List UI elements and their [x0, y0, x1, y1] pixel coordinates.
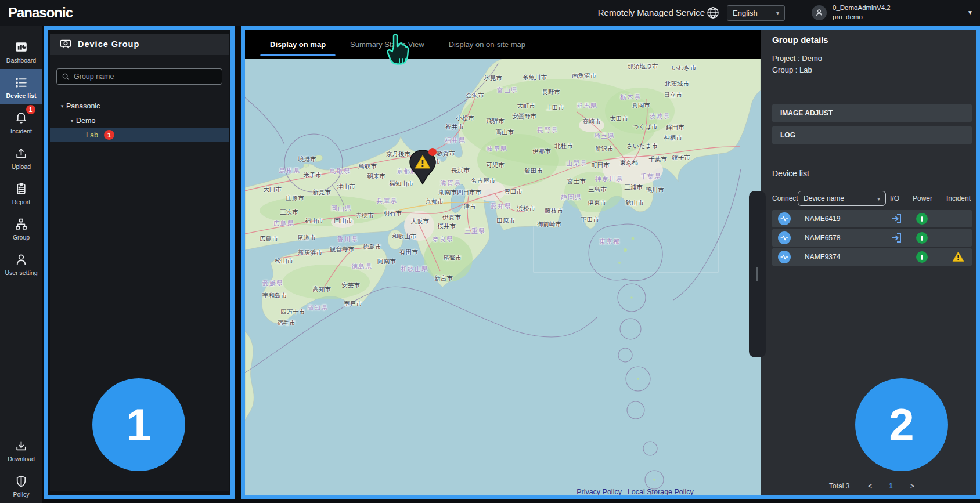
power-on-icon [916, 251, 928, 263]
report-icon [13, 181, 30, 196]
prev-page-button[interactable]: < [868, 482, 872, 490]
sidebar-item-download[interactable]: Download [0, 432, 42, 468]
sidebar-item-label: Report [12, 198, 31, 205]
sidebar-item-label: Dashboard [6, 57, 36, 64]
sidebar-item-incident[interactable]: 1Incident [0, 104, 42, 140]
device-row-NAME6419[interactable]: NAME6419 [772, 210, 972, 227]
tree-expand-icon[interactable]: ▾ [68, 118, 76, 124]
privacy-policy-link[interactable]: Privacy Policy [577, 488, 622, 495]
pagination: Total 3 < 1 > [761, 482, 976, 495]
local-storage-policy-link[interactable]: Local Storage Policy [628, 488, 694, 495]
city-label: 伊賀市 [442, 213, 461, 222]
city-label: 名古屋市 [471, 177, 495, 185]
sidebar-item-group[interactable]: Group [0, 211, 42, 246]
device-name-filter-select[interactable]: Device name ▾ [798, 191, 886, 206]
city-label: 豊田市 [504, 188, 523, 196]
device-row-NAME9374[interactable]: NAME9374 [772, 248, 972, 266]
city-label: 富士市 [567, 178, 586, 186]
power-on-icon [916, 232, 928, 244]
city-label: 氷見市 [484, 74, 502, 82]
tree-node-demo[interactable]: ▾Demo [50, 113, 229, 128]
column-connect: Connect [772, 194, 798, 202]
panel-drawer-handle[interactable] [749, 191, 766, 357]
prefecture-label: 奈良県 [433, 235, 453, 244]
city-label: 広島市 [260, 235, 278, 243]
device-name: NAME6578 [805, 234, 840, 242]
city-label: さいたま市 [626, 142, 657, 150]
city-label: 浜松市 [517, 205, 535, 213]
notification-badge: 1 [26, 105, 35, 114]
column-incident: Incident [946, 194, 971, 202]
city-label: 徳島市 [363, 243, 381, 251]
device-list-icon [13, 75, 30, 90]
sidebar-item-upload[interactable]: Upload [0, 140, 42, 175]
city-label: 朝来市 [367, 172, 385, 180]
city-label: いわき市 [672, 64, 697, 72]
device-row-NAME6578[interactable]: NAME6578 [772, 229, 972, 247]
city-label: 室戸市 [344, 300, 362, 308]
city-label: 伊那市 [532, 147, 551, 155]
group-details-title: Group details [772, 35, 828, 45]
prefecture-label: 千葉県 [640, 172, 661, 181]
city-label: 館山市 [625, 199, 644, 207]
prefecture-label: 長野県 [537, 126, 558, 135]
map-canvas[interactable]: 氷見市富山県糸魚川市南魚沼市金沢市小松市福井市福井県敦賀市小浜市京丹後市境港市島… [245, 59, 761, 495]
device-name: NAME9374 [805, 253, 840, 261]
connect-icon[interactable] [778, 212, 791, 225]
sidebar-item-label: Policy [13, 491, 29, 498]
prefecture-label: 愛知県 [491, 202, 511, 211]
city-label: 大町市 [517, 102, 535, 110]
connect-icon[interactable] [778, 251, 791, 263]
city-label: 飯田市 [524, 167, 543, 175]
city-label: 北杜市 [554, 142, 573, 150]
group-line: Group : Lab [772, 66, 812, 74]
device-list-header: Connect Device name ▾ I/O Power Incident [772, 191, 972, 206]
map-attribution: Privacy PolicyLocal Storage Policy [574, 486, 697, 495]
image-adjust-button[interactable]: IMAGE ADJUST [772, 104, 972, 122]
total-count: Total 3 [829, 482, 849, 490]
prefecture-label: 三重県 [464, 227, 485, 236]
sidebar-item-policy[interactable]: Policy [0, 468, 42, 503]
user-setting-icon [13, 252, 30, 267]
tree-expand-icon[interactable]: ▾ [58, 103, 66, 109]
user-menu-caret-icon[interactable]: ▼ [967, 9, 973, 16]
current-page[interactable]: 1 [889, 482, 893, 490]
sidebar-item-label: Incident [10, 128, 32, 135]
next-page-button[interactable]: > [910, 482, 914, 490]
city-label: 福山市 [305, 217, 323, 225]
log-button[interactable]: LOG [772, 126, 972, 144]
group-icon [13, 216, 30, 231]
tree-node-panasonic[interactable]: ▾Panasonic [50, 99, 229, 113]
sidebar-item-user-setting[interactable]: User setting [0, 246, 42, 281]
prefecture-label: 和歌山県 [401, 265, 428, 273]
download-icon [13, 438, 30, 453]
city-label: 町田市 [591, 161, 610, 169]
tab-display-on-map[interactable]: Display on map [258, 30, 338, 59]
city-label: 北茨城市 [665, 80, 689, 88]
city-label: つくば市 [633, 123, 658, 131]
city-label: 太田市 [610, 115, 628, 123]
connect-icon[interactable] [778, 231, 791, 244]
sidebar-item-device-list[interactable]: Device list [0, 69, 42, 104]
search-icon [62, 73, 70, 81]
user-avatar[interactable] [812, 5, 827, 20]
prefecture-label: 高知県 [307, 303, 328, 312]
sidebar-item-label: Group [13, 234, 30, 241]
chevron-down-icon: ▾ [877, 196, 880, 202]
sidebar-item-report[interactable]: Report [0, 175, 42, 211]
alert-map-pin[interactable] [405, 147, 440, 189]
city-label: 新宮市 [434, 274, 453, 283]
city-label: 三次市 [280, 208, 298, 216]
city-label: 尾道市 [297, 234, 316, 242]
group-search-input[interactable] [74, 73, 217, 81]
cursor-hand-icon [387, 34, 412, 68]
language-select[interactable]: English ▾ [727, 5, 785, 21]
city-label: 阿南市 [377, 258, 396, 266]
city-label: 四日市市 [457, 189, 481, 197]
prefecture-label: 愛媛県 [262, 279, 283, 288]
city-label: 大阪市 [410, 218, 429, 226]
sidebar-item-dashboard[interactable]: Dashboard [0, 34, 42, 69]
tree-node-lab[interactable]: Lab1 [50, 128, 229, 142]
tree-node-label: Lab [86, 131, 98, 139]
tab-display-on-on-site-map[interactable]: Display on on-site map [437, 30, 538, 59]
